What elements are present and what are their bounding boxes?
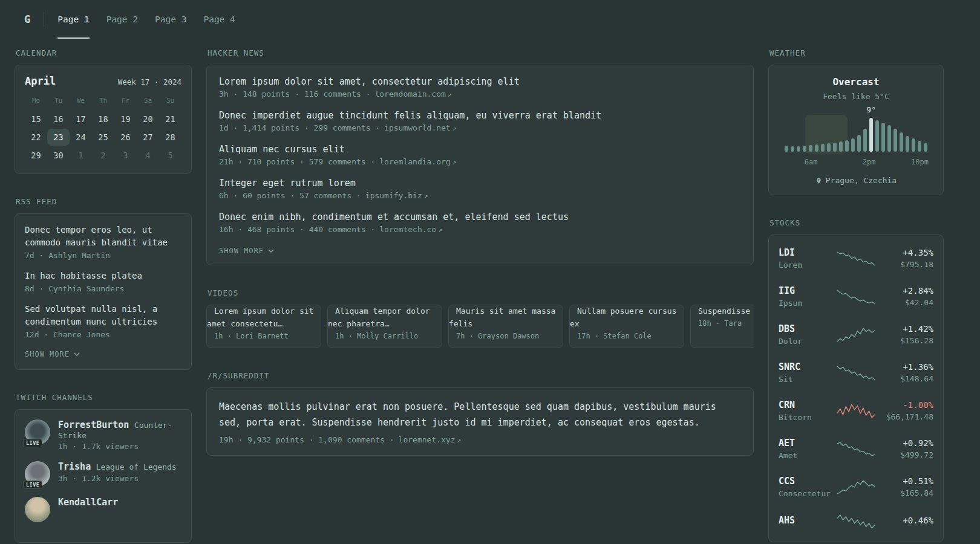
weather-bar [875, 120, 879, 152]
external-link-icon: ↗ [452, 125, 457, 132]
stock-symbol[interactable]: DBS [779, 323, 795, 334]
stock-price: $795.18 [876, 260, 933, 269]
calendar-widget-title: CALENDAR [16, 48, 192, 57]
weather-location: Prague, Czechia [779, 176, 933, 185]
weather-bar [893, 129, 897, 152]
stock-sparkline [836, 289, 876, 305]
external-link-icon: ↗ [448, 91, 452, 99]
calendar-day: 17 [70, 111, 92, 128]
weather-bar [918, 141, 921, 152]
list-item: Donec enim nibh, condimentum et accumsan… [219, 212, 741, 234]
stock-symbol[interactable]: AET [779, 438, 795, 448]
video-card: Aliquam tempor dolor nec pharetra… 1h · … [327, 305, 442, 348]
weather-widget: WEATHER Overcast Feels like 5°C 9° 6am 2… [768, 48, 944, 195]
story-source-link[interactable]: loremlandia.org↗ [379, 157, 456, 166]
weather-bar [803, 146, 806, 152]
calendar-day-next-month: 5 [159, 147, 181, 164]
post-title[interactable]: Maecenas mollis pulvinar erat non posuer… [219, 399, 741, 431]
stock-sparkline [836, 403, 876, 419]
stock-change: -1.00% [876, 400, 933, 410]
rss-item-title[interactable]: In hac habitasse platea [25, 271, 142, 280]
video-title[interactable]: Suspendisse diam [691, 305, 754, 316]
tab-page-2[interactable]: Page 2 [106, 0, 138, 39]
rss-widget: RSS FEED Donec tempor eros leo, ut commo… [15, 197, 192, 370]
calendar-day: 20 [137, 111, 159, 128]
story-source-link[interactable]: loremtech.co↗ [379, 225, 442, 234]
avatar[interactable] [25, 497, 50, 522]
list-item: LIVE Trisha League of Legends 3h · 1.2k … [25, 461, 181, 487]
hackernews-show-more-button[interactable]: SHOW MORE [219, 245, 274, 256]
video-meta: 17h · Stefan Cole [570, 331, 684, 348]
video-title[interactable]: Mauris sit amet massa felis [449, 305, 555, 328]
stock-name: Sit [779, 375, 836, 384]
list-item: In hac habitasse platea 8d · Cynthia Sau… [25, 270, 181, 293]
tab-page-4[interactable]: Page 4 [203, 0, 235, 39]
list-item: Integer eget rutrum lorem 6h · 60 points… [219, 178, 741, 200]
list-item: Donec tempor eros leo, ut commodo mauris… [25, 224, 181, 260]
weather-bar [924, 143, 927, 152]
list-item: Sed volutpat nulla nisl, a condimentum n… [25, 303, 181, 339]
avatar[interactable]: LIVE [25, 461, 50, 487]
story-source-link[interactable]: ipsumify.biz↗ [365, 191, 428, 200]
calendar-day: 27 [137, 129, 159, 146]
stock-symbol[interactable]: SNRC [779, 361, 800, 372]
top-nav: G Page 1 Page 2 Page 3 Page 4 [0, 0, 980, 39]
video-title[interactable]: Lorem ipsum dolor sit amet consectetu… [207, 305, 313, 328]
video-card: Nullam posuere cursus ex 17h · Stefan Co… [569, 305, 684, 348]
stock-change: +1.36% [876, 362, 933, 372]
channel-game[interactable]: League of Legends [96, 462, 177, 471]
time-label: 10pm [911, 158, 929, 166]
video-title[interactable]: Nullam posuere cursus ex [570, 305, 676, 328]
calendar-day: 22 [25, 129, 47, 146]
channel-name[interactable]: KendallCarr [58, 497, 118, 508]
tab-page-3[interactable]: Page 3 [155, 0, 186, 39]
calendar-day-next-month: 2 [92, 147, 114, 164]
post-source-link[interactable]: loremnet.xyz↗ [399, 435, 462, 444]
stock-symbol[interactable]: IIG [779, 285, 795, 296]
weather-bar [912, 138, 915, 152]
stock-symbol[interactable]: CCS [779, 476, 795, 487]
tab-page-1[interactable]: Page 1 [57, 0, 89, 39]
stock-sparkline [836, 327, 876, 343]
weather-widget-title: WEATHER [769, 48, 944, 57]
stock-values: +1.36% $148.64 [876, 362, 933, 383]
channel-name[interactable]: Trisha [58, 461, 91, 472]
weather-peak-temp: 9° [866, 105, 876, 114]
story-title[interactable]: Integer eget rutrum lorem [219, 178, 741, 189]
calendar-dow: Th [92, 97, 114, 109]
story-title[interactable]: Donec imperdiet augue tincidunt felis al… [219, 110, 741, 121]
subreddit-card: Maecenas mollis pulvinar erat non posuer… [206, 387, 754, 456]
rss-item-title[interactable]: Donec tempor eros leo, ut commodo mauris… [25, 225, 168, 247]
stock-symbol[interactable]: LDI [779, 247, 795, 258]
stock-symbol[interactable]: CRN [779, 400, 795, 410]
weather-bar [906, 136, 909, 152]
app-logo[interactable]: G [24, 0, 30, 39]
rss-item-title[interactable]: Sed volutpat nulla nisl, a condimentum n… [25, 304, 157, 326]
stock-change: +0.51% [876, 476, 933, 486]
stock-identity: CCS Consectetur [779, 476, 836, 498]
stock-values: +1.42% $156.28 [876, 324, 933, 345]
channel-info: ForrestBurton Counter-Strike 1h · 1.7k v… [58, 419, 181, 451]
story-title[interactable]: Lorem ipsum dolor sit amet, consectetur … [219, 76, 741, 87]
video-title[interactable]: Aliquam tempor dolor nec pharetra… [328, 305, 430, 328]
stock-values: -1.00% $66,171.48 [876, 400, 933, 421]
rss-show-more-button[interactable]: SHOW MORE [25, 349, 80, 360]
right-column: WEATHER Overcast Feels like 5°C 9° 6am 2… [768, 48, 944, 544]
stock-symbol[interactable]: AHS [779, 515, 795, 526]
story-title[interactable]: Donec enim nibh, condimentum et accumsan… [219, 212, 741, 222]
channel-name[interactable]: ForrestBurton [58, 419, 129, 430]
weather-bar [827, 143, 831, 152]
story-source-link[interactable]: ipsumworld.net↗ [384, 123, 456, 132]
videos-carousel[interactable]: Lorem ipsum dolor sit amet consectetu… 1… [206, 305, 754, 348]
stock-values: +2.84% $42.04 [876, 286, 933, 307]
story-meta: 16h · 468 points · 440 comments ·loremte… [219, 225, 741, 234]
weather-bar [863, 129, 867, 152]
weather-bar [857, 135, 861, 152]
stock-name: Consectetur [779, 489, 836, 498]
story-title[interactable]: Aliquam nec cursus elit [219, 144, 741, 155]
weather-bar [815, 144, 818, 152]
story-source-link[interactable]: loremdomain.com↗ [374, 89, 451, 99]
stock-name: Lorem [779, 261, 836, 270]
avatar[interactable]: LIVE [25, 419, 50, 445]
stock-identity: LDI Lorem [779, 247, 836, 270]
